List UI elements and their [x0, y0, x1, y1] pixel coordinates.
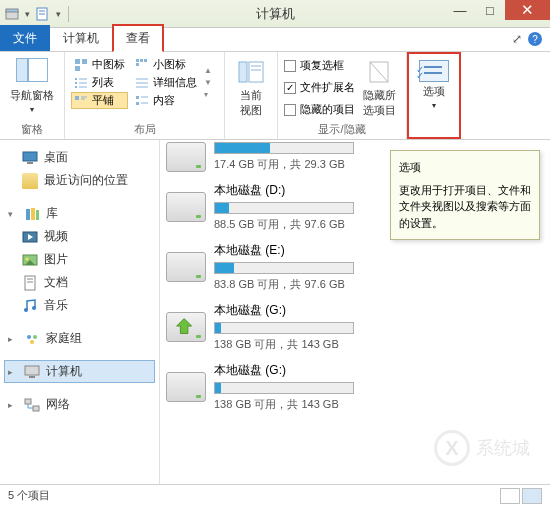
svg-rect-24: [136, 96, 139, 99]
drive-usage-bar: [214, 382, 354, 394]
svg-rect-43: [25, 276, 35, 290]
checkbox-icon: [284, 60, 296, 72]
ribbon-collapse-icon[interactable]: ⤢: [512, 32, 522, 46]
view-tiles-button[interactable]: [522, 488, 542, 504]
help-icon[interactable]: ?: [528, 32, 542, 46]
content-icon: [135, 94, 149, 108]
scroll-up-icon[interactable]: ▲: [204, 66, 212, 75]
svg-rect-51: [25, 366, 39, 375]
qat-dropdown-icon[interactable]: ▾: [22, 9, 33, 19]
sidebar-item-homegroup[interactable]: ▸家庭组: [4, 327, 155, 350]
tab-computer[interactable]: 计算机: [50, 25, 112, 51]
ribbon-group-showhide: 项复选框 文件扩展名 隐藏的项目 隐藏所 选项目 显示/隐藏: [278, 52, 407, 139]
drive-info: 138 GB 可用，共 143 GB: [214, 337, 544, 352]
scroll-down-icon[interactable]: ▼: [204, 78, 212, 87]
sidebar-item-computer[interactable]: ▸计算机: [4, 360, 155, 383]
sidebar: 桌面 最近访问的位置 ▾库 视频 图片 文档 音乐 ▸家庭组 ▸计算机 ▸网络: [0, 140, 160, 484]
svg-rect-1: [6, 9, 18, 12]
layout-small-icons[interactable]: 小图标: [132, 56, 200, 73]
options-button[interactable]: ✓ ✓ 选项 ▾: [415, 58, 453, 112]
sidebar-item-videos[interactable]: 视频: [4, 225, 155, 248]
ribbon-group-current-view: 当前 视图: [225, 52, 278, 139]
expand-icon[interactable]: ▸: [8, 400, 18, 410]
chevron-down-icon[interactable]: ▾: [53, 9, 64, 19]
svg-rect-53: [25, 399, 31, 404]
svg-rect-17: [136, 59, 139, 62]
svg-rect-26: [136, 102, 139, 105]
drive-name: 本地磁盘 (G:): [214, 302, 544, 319]
svg-marker-55: [177, 319, 192, 334]
sidebar-item-recent[interactable]: 最近访问的位置: [4, 169, 155, 192]
sidebar-item-pictures[interactable]: 图片: [4, 248, 155, 271]
navigation-pane-button[interactable]: 导航窗格 ▾: [6, 56, 58, 116]
svg-rect-35: [26, 209, 30, 220]
expand-icon[interactable]: ▸: [8, 334, 18, 344]
hide-selected-button[interactable]: 隐藏所 选项目: [359, 56, 400, 120]
ribbon-tabs: 文件 计算机 查看 ⤢ ?: [0, 28, 550, 52]
window-title: 计算机: [256, 5, 295, 23]
tab-view[interactable]: 查看: [112, 24, 164, 52]
svg-rect-6: [82, 59, 87, 64]
tooltip-title: 选项: [399, 159, 531, 176]
drive-name: 本地磁盘 (E:): [214, 242, 544, 259]
layout-list[interactable]: 列表: [71, 74, 128, 91]
current-view-button[interactable]: 当前 视图: [231, 56, 271, 120]
tooltip-body: 更改用于打开项目、文件和文件夹视图以及搜索等方面的设置。: [399, 182, 531, 232]
svg-rect-29: [249, 62, 263, 82]
expand-icon[interactable]: ▾: [8, 209, 18, 219]
svg-rect-28: [239, 62, 247, 82]
svg-rect-10: [75, 86, 77, 88]
drive-icon: [166, 192, 206, 222]
app-icon: [4, 6, 20, 22]
titlebar: ▾ ▾ 计算机 — □ ✕: [0, 0, 550, 28]
svg-point-46: [24, 308, 28, 312]
svg-rect-19: [144, 59, 147, 62]
layout-details[interactable]: 详细信息: [132, 74, 200, 91]
checkbox-hidden-items[interactable]: 隐藏的项目: [284, 100, 355, 119]
minimize-button[interactable]: —: [445, 0, 475, 20]
sidebar-item-music[interactable]: 音乐: [4, 294, 155, 317]
sidebar-item-network[interactable]: ▸网络: [4, 393, 155, 416]
close-button[interactable]: ✕: [505, 0, 550, 20]
drive-usage-bar: [214, 262, 354, 274]
drive-item[interactable]: 本地磁盘 (G:) 138 GB 可用，共 143 GB: [166, 362, 544, 412]
svg-rect-34: [27, 162, 33, 164]
properties-icon[interactable]: [35, 6, 51, 22]
drive-info: 83.8 GB 可用，共 97.6 GB: [214, 277, 544, 292]
sidebar-item-documents[interactable]: 文档: [4, 271, 155, 294]
layout-tiles[interactable]: 平铺: [71, 92, 128, 109]
drive-info: 138 GB 可用，共 143 GB: [214, 397, 544, 412]
expand-icon[interactable]: ▾: [204, 90, 212, 99]
svg-rect-36: [31, 208, 35, 220]
chevron-down-icon: ▾: [30, 105, 34, 114]
videos-icon: [22, 229, 38, 245]
drive-name: 本地磁盘 (G:): [214, 362, 544, 379]
documents-icon: [22, 275, 38, 291]
expand-icon[interactable]: ▸: [8, 367, 18, 377]
options-icon: ✓ ✓: [419, 60, 449, 82]
item-count: 5 个项目: [8, 488, 50, 503]
svg-rect-5: [75, 59, 80, 64]
music-icon: [22, 298, 38, 314]
sidebar-item-libraries[interactable]: ▾库: [4, 202, 155, 225]
drive-item[interactable]: 本地磁盘 (G:) 138 GB 可用，共 143 GB: [166, 302, 544, 352]
ribbon-group-options: ✓ ✓ 选项 ▾: [407, 52, 461, 139]
tab-file[interactable]: 文件: [0, 25, 50, 51]
checkbox-file-extensions[interactable]: 文件扩展名: [284, 78, 355, 97]
layout-content[interactable]: 内容: [132, 92, 200, 109]
drive-usage-bar: [214, 322, 354, 334]
svg-rect-52: [29, 376, 35, 378]
svg-rect-9: [75, 82, 77, 84]
view-details-button[interactable]: [500, 488, 520, 504]
navigation-pane-icon: [16, 58, 48, 86]
tooltip: 选项 更改用于打开项目、文件和文件夹视图以及搜索等方面的设置。: [390, 150, 540, 240]
ribbon-group-panes: 导航窗格 ▾ 窗格: [0, 52, 65, 139]
drive-item[interactable]: 本地磁盘 (E:) 83.8 GB 可用，共 97.6 GB: [166, 242, 544, 292]
layout-medium-icons[interactable]: 中图标: [71, 56, 128, 73]
svg-point-48: [27, 335, 31, 339]
recent-icon: [22, 173, 38, 189]
checkbox-checked-icon: [284, 82, 296, 94]
checkbox-item-checkboxes[interactable]: 项复选框: [284, 56, 355, 75]
sidebar-item-desktop[interactable]: 桌面: [4, 146, 155, 169]
maximize-button[interactable]: □: [475, 0, 505, 20]
